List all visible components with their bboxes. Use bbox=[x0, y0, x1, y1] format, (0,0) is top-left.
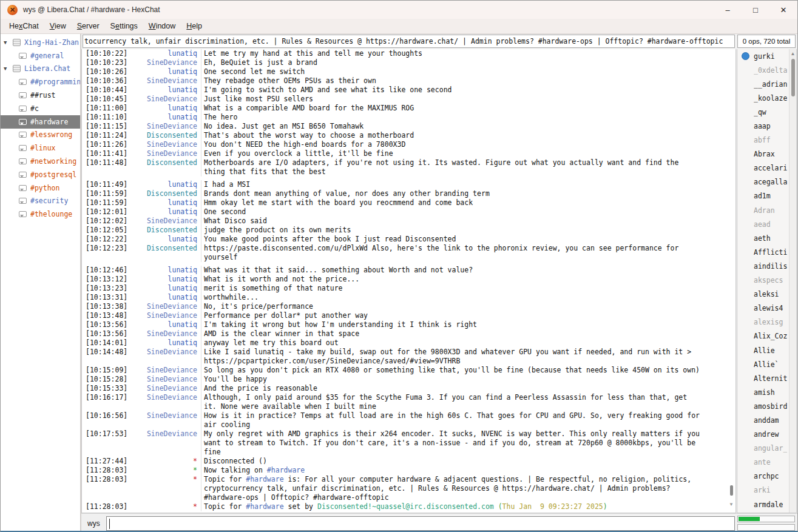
user-list-item[interactable]: _qw bbox=[737, 105, 796, 119]
chat-message: [10:12:02]SineDevianceWhat Disco said bbox=[82, 217, 735, 226]
user-list-item[interactable]: gurki bbox=[737, 49, 796, 63]
sidebar-item--programming[interactable]: ##programming bbox=[1, 75, 80, 89]
user-list-item[interactable]: _koolaze bbox=[737, 91, 796, 105]
user-name: arki bbox=[754, 486, 771, 494]
menu-item-window[interactable]: Window bbox=[143, 19, 181, 33]
message-nick: SineDeviance bbox=[129, 58, 201, 67]
user-list-item[interactable]: akspecs bbox=[737, 274, 796, 288]
user-list-item[interactable]: armdale bbox=[737, 497, 796, 511]
message-nick: SineDeviance bbox=[129, 348, 201, 366]
sidebar-item-xing-hai-zhan[interactable]: ▼Xing-Hai-Zhan bbox=[1, 36, 80, 49]
user-status-spacer bbox=[742, 500, 749, 508]
message-text: https://paste.disconsented.com/u/dPlxWd … bbox=[201, 244, 735, 262]
chat-message: [10:11:15]SineDevianceNo idea. Just get … bbox=[82, 122, 735, 131]
user-list-item[interactable]: __adrian bbox=[737, 77, 796, 91]
chat-scrollbar-thumb[interactable] bbox=[730, 485, 733, 496]
chat-message: [10:13:56]SineDevianceAMD is the clear w… bbox=[82, 329, 735, 338]
user-list-item[interactable]: aleksi bbox=[737, 288, 796, 301]
user-list-item[interactable]: aaap bbox=[737, 119, 796, 133]
user-name: Allie` bbox=[754, 360, 779, 369]
sidebar-item--thelounge[interactable]: #thelounge bbox=[1, 207, 80, 221]
message-text: How is it in practice? Temps at full loa… bbox=[201, 411, 735, 429]
sidebar-item--lesswrong[interactable]: #lesswrong bbox=[1, 129, 80, 142]
user-list-item[interactable]: Allie bbox=[737, 343, 796, 357]
user-list-item[interactable]: Adran bbox=[737, 203, 796, 217]
expander-icon[interactable]: ▼ bbox=[4, 66, 13, 72]
message-nick: SineDeviance bbox=[129, 393, 201, 411]
message-nick: lunatiq bbox=[129, 207, 201, 217]
userlist-scrollbar-thumb[interactable] bbox=[791, 59, 795, 96]
user-list-item[interactable]: Afflicti bbox=[737, 245, 796, 259]
user-list-item[interactable]: ante bbox=[737, 456, 796, 470]
user-list-item[interactable]: anddam bbox=[737, 413, 796, 427]
user-list-item[interactable]: Allie` bbox=[737, 357, 796, 371]
throttle-meter bbox=[737, 524, 795, 531]
expander-icon[interactable]: ▼ bbox=[4, 39, 13, 45]
sidebar-item--rust[interactable]: ##rust bbox=[1, 89, 80, 102]
user-list-item[interactable]: ad1m bbox=[737, 189, 796, 203]
user-status-spacer bbox=[742, 150, 749, 158]
sidebar-item--python[interactable]: #python bbox=[1, 181, 80, 195]
message-nick: * bbox=[129, 457, 201, 466]
sidebar-item--networking[interactable]: #networking bbox=[1, 155, 80, 168]
user-list-item[interactable]: andrew bbox=[737, 428, 796, 442]
chat-message: [11:28:03]*Topic for #hardware set by Di… bbox=[82, 502, 735, 511]
user-name: accelari bbox=[754, 164, 787, 172]
user-status-spacer bbox=[742, 94, 749, 102]
menu-item-help[interactable]: Help bbox=[181, 19, 208, 33]
user-list-item[interactable]: amish bbox=[737, 385, 796, 399]
chat-scroll-down-icon[interactable]: ▼ bbox=[728, 500, 734, 509]
user-list-item[interactable]: alexisg bbox=[737, 315, 796, 329]
menu-item-server[interactable]: Server bbox=[72, 19, 105, 33]
user-list-item[interactable]: arki bbox=[737, 483, 796, 497]
input-bar: wys bbox=[81, 513, 736, 532]
message-timestamp: [10:11:41] bbox=[82, 149, 129, 158]
own-nick-label[interactable]: wys bbox=[83, 519, 106, 528]
message-text: So long as you don't pick an RTX 4080 or… bbox=[201, 366, 735, 375]
user-list-item[interactable]: aeth bbox=[737, 231, 796, 245]
sidebar-item--hardware[interactable]: #hardware bbox=[1, 115, 80, 129]
user-list-item[interactable]: acegalla bbox=[737, 175, 796, 189]
minimize-button[interactable]: – bbox=[714, 1, 742, 19]
user-list-item[interactable]: Alix_Coz bbox=[737, 329, 796, 343]
userlist-scrollbar[interactable]: ▲ bbox=[789, 49, 796, 513]
server-icon bbox=[13, 39, 21, 46]
maximize-button[interactable]: □ bbox=[742, 1, 769, 19]
sidebar-item--general[interactable]: #general bbox=[1, 49, 80, 62]
user-status-spacer bbox=[742, 164, 749, 172]
user-list-item[interactable]: alewis4 bbox=[737, 301, 796, 315]
user-status-spacer bbox=[742, 346, 749, 354]
user-list-item[interactable]: accelari bbox=[737, 161, 796, 175]
user-list-item[interactable]: aead bbox=[737, 217, 796, 231]
user-status-spacer bbox=[742, 178, 749, 186]
sidebar-item--linux[interactable]: #linux bbox=[1, 141, 80, 155]
message-text: One second bbox=[201, 207, 735, 217]
menu-item-settings[interactable]: Settings bbox=[105, 19, 143, 33]
topic-input[interactable]: tocurrency talk, unfair discrimination, … bbox=[83, 35, 735, 48]
menu-bar: HexChatViewServerSettingsWindowHelp bbox=[1, 19, 797, 34]
sidebar-item--security[interactable]: #security bbox=[1, 195, 80, 208]
channel-bubble-icon bbox=[19, 198, 27, 204]
user-list-item[interactable]: Alternit bbox=[737, 371, 796, 385]
message-text: Like I said lunatiq - take my build, swa… bbox=[201, 348, 735, 366]
userlist-scroll-up-icon[interactable]: ▲ bbox=[790, 51, 796, 56]
user-list-item[interactable]: amosbird bbox=[737, 399, 796, 413]
meters bbox=[736, 513, 797, 532]
user-status-spacer bbox=[742, 108, 749, 116]
user-list-item[interactable]: aindilis bbox=[737, 259, 796, 273]
message-input[interactable] bbox=[106, 516, 735, 531]
user-list-item[interactable]: Abrax bbox=[737, 147, 796, 161]
menu-item-hexchat[interactable]: HexChat bbox=[4, 19, 44, 33]
user-list-item[interactable]: abff bbox=[737, 133, 796, 147]
message-timestamp: [11:28:03] bbox=[82, 475, 129, 502]
close-button[interactable]: ✕ bbox=[769, 1, 797, 19]
sidebar-item--postgresql[interactable]: #postgresql bbox=[1, 168, 80, 181]
user-list-item[interactable]: _0xdelta bbox=[737, 63, 796, 77]
user-list-item[interactable]: angular_ bbox=[737, 442, 796, 456]
menu-item-view[interactable]: View bbox=[44, 19, 72, 33]
user-status-spacer bbox=[742, 123, 749, 130]
sidebar-item-libera-chat[interactable]: ▼Libera.Chat bbox=[1, 62, 80, 76]
user-list-item[interactable]: archpc bbox=[737, 470, 796, 483]
user-name: aeth bbox=[754, 234, 771, 243]
sidebar-item--c[interactable]: #c bbox=[1, 102, 80, 115]
